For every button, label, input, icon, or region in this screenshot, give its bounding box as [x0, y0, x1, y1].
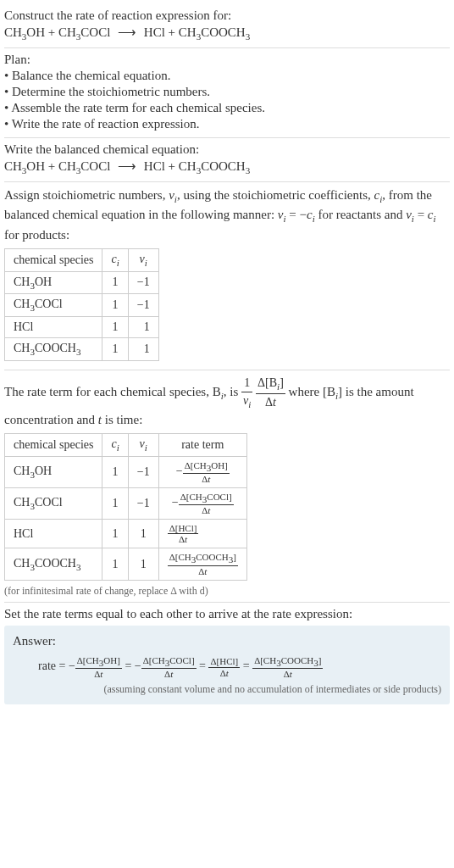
plan-item: • Balance the chemical equation. [4, 69, 450, 83]
answer-label: Answer: [13, 634, 441, 648]
table-header: ci [102, 248, 128, 271]
reaction-equation: CH3OH + CH3COCl ⟶ HCl + CH3COOCH3 [4, 25, 450, 42]
table-header: νi [128, 248, 158, 271]
stoich-table: chemical species ci νi CH3OH 1 −1 CH3COC… [4, 248, 159, 361]
balanced-heading: Write the balanced chemical equation: [4, 142, 450, 157]
table-header: νi [128, 433, 158, 456]
species-cell: CH3OH [5, 456, 102, 487]
fraction: Δ[CH3OH]Δt [183, 460, 230, 484]
arrow-icon: ⟶ [118, 159, 136, 174]
stoich-text: Assign stoichiometric numbers, νi, using… [4, 186, 450, 244]
plan-section: Plan: • Balance the chemical equation. •… [4, 48, 450, 138]
rate-term-text: The rate term for each chemical species,… [4, 375, 450, 429]
table-header: rate term [158, 433, 246, 456]
nu-cell: −1 [128, 271, 158, 294]
fraction: Δ[CH3COOCH3]Δt [252, 655, 323, 679]
nu-cell: 1 [128, 520, 158, 548]
species-cell: HCl [5, 520, 102, 548]
species-cell: CH3OH [5, 271, 102, 294]
fraction: Δ[Bi]Δt [256, 375, 285, 411]
infinitesimal-note: (for infinitesimal rate of change, repla… [4, 585, 450, 598]
construct-label: Construct the rate of reaction expressio… [4, 8, 450, 23]
c-cell: 1 [102, 317, 128, 338]
species-cell: CH3COCl [5, 487, 102, 519]
c-cell: 1 [102, 338, 128, 361]
fraction: Δ[CH3COCl]Δt [179, 492, 234, 515]
nu-cell: 1 [128, 548, 158, 580]
assumption-note: (assuming constant volume and no accumul… [13, 683, 441, 696]
table-row: CH3COOCH3 1 1 Δ[CH3COOCH3]Δt [5, 548, 247, 580]
table-row: CH3COCl 1 −1 −Δ[CH3COCl]Δt [5, 487, 247, 519]
arrow-icon: ⟶ [118, 25, 136, 40]
stoich-section: Assign stoichiometric numbers, νi, using… [4, 182, 450, 370]
rate-term-cell: Δ[HCl]Δt [158, 520, 246, 548]
c-cell: 1 [102, 294, 128, 317]
intro-section: Construct the rate of reaction expressio… [4, 4, 450, 48]
rate-term-section: The rate term for each chemical species,… [4, 370, 450, 603]
fraction: 1νi [241, 375, 252, 411]
table-header: chemical species [5, 248, 102, 271]
species-cell: CH3COOCH3 [5, 338, 102, 361]
c-cell: 1 [102, 520, 128, 548]
balanced-section: Write the balanced chemical equation: CH… [4, 138, 450, 182]
nu-cell: −1 [128, 456, 158, 487]
c-cell: 1 [102, 548, 128, 580]
table-header-row: chemical species ci νi [5, 248, 159, 271]
table-row: HCl 1 1 Δ[HCl]Δt [5, 520, 247, 548]
table-row: CH3OH 1 −1 −Δ[CH3OH]Δt [5, 456, 247, 487]
table-row: CH3COCl 1 −1 [5, 294, 159, 317]
table-row: CH3COOCH3 1 1 [5, 338, 159, 361]
c-cell: 1 [102, 456, 128, 487]
species-cell: CH3COOCH3 [5, 548, 102, 580]
table-row: HCl 1 1 [5, 317, 159, 338]
fraction: Δ[HCl]Δt [168, 523, 199, 544]
nu-cell: −1 [128, 294, 158, 317]
plan-item: • Determine the stoichiometric numbers. [4, 85, 450, 99]
nu-cell: 1 [128, 317, 158, 338]
rate-term-cell: −Δ[CH3OH]Δt [158, 456, 246, 487]
final-section: Set the rate terms equal to each other t… [4, 603, 450, 709]
rate-expression: rate = −Δ[CH3OH]Δt = −Δ[CH3COCl]Δt = Δ[H… [38, 655, 441, 679]
fraction: Δ[CH3OH]Δt [75, 655, 122, 679]
plan-item: • Assemble the rate term for each chemic… [4, 101, 450, 115]
fraction: Δ[CH3COCl]Δt [141, 655, 197, 679]
fraction: Δ[CH3COOCH3]Δt [168, 552, 238, 576]
plan-heading: Plan: [4, 53, 450, 67]
final-heading: Set the rate terms equal to each other t… [4, 607, 450, 621]
table-header-row: chemical species ci νi rate term [5, 433, 247, 456]
balanced-equation: CH3OH + CH3COCl ⟶ HCl + CH3COOCH3 [4, 159, 450, 175]
answer-box: Answer: rate = −Δ[CH3OH]Δt = −Δ[CH3COCl]… [4, 626, 450, 704]
species-cell: CH3COCl [5, 294, 102, 317]
fraction: Δ[HCl]Δt [208, 656, 240, 677]
nu-cell: 1 [128, 338, 158, 361]
rate-term-cell: Δ[CH3COOCH3]Δt [158, 548, 246, 580]
c-cell: 1 [102, 487, 128, 519]
rate-term-cell: −Δ[CH3COCl]Δt [158, 487, 246, 519]
rate-term-table: chemical species ci νi rate term CH3OH 1… [4, 433, 247, 581]
table-row: CH3OH 1 −1 [5, 271, 159, 294]
table-header: ci [102, 433, 128, 456]
plan-item: • Write the rate of reaction expression. [4, 117, 450, 131]
table-header: chemical species [5, 433, 102, 456]
c-cell: 1 [102, 271, 128, 294]
nu-cell: −1 [128, 487, 158, 519]
species-cell: HCl [5, 317, 102, 338]
